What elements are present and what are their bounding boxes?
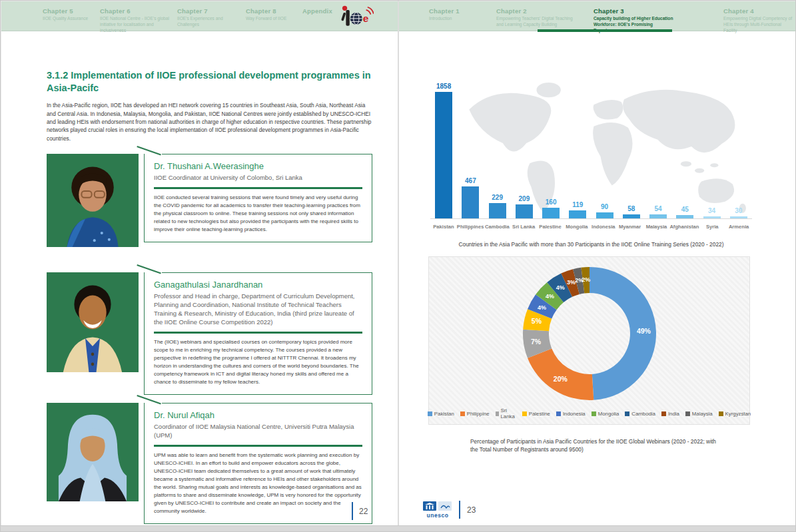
tab-chapter-4[interactable]: Chapter 4 Empowering Digital Competency … [723, 7, 793, 34]
profile-photo-woman-glasses [47, 154, 139, 247]
bar [435, 92, 452, 218]
bar-value-label: 30 [735, 207, 742, 214]
bar [649, 214, 667, 218]
profile-name: Dr. Thushani A.Weerasinghe [154, 161, 362, 171]
page-number: 22 [359, 507, 368, 516]
unesco-wordmark: unesco [427, 512, 449, 519]
bar-column: 90 [592, 203, 618, 218]
bar [730, 216, 747, 219]
donut-slice-label: 5% [531, 317, 542, 325]
document-viewer: Chapter 5 IIOE Quality Assurance Chapter… [0, 0, 796, 532]
bar [516, 204, 533, 218]
page-number: 23 [467, 505, 476, 515]
bar-category-label: Armenia [725, 220, 752, 232]
bar-category-label: Malaysia [643, 220, 670, 232]
tab-label: Chapter 2 [496, 7, 580, 15]
viewer-bottom-bar[interactable] [1, 525, 795, 531]
tab-label: Chapter 3 [594, 7, 675, 15]
bar-category-label: Syria [699, 220, 725, 232]
bar-value-label: 54 [655, 205, 662, 212]
tab-label: Chapter 1 [429, 7, 489, 15]
profile-name: Dr. Nurul Afiqah [154, 410, 362, 420]
profile-row: Dr. Nurul Afiqah Coordinator of IIOE Mal… [47, 403, 372, 517]
bar-column: 160 [538, 198, 564, 218]
footer-divider-line [459, 501, 460, 519]
legend-item: Kyrgyzstan [719, 407, 751, 419]
bar-column: 229 [484, 194, 511, 218]
legend-swatch [685, 411, 690, 416]
bar [489, 203, 506, 218]
page-footer-right: unesco 23 [423, 501, 476, 519]
profile-card: Ganagathulasi Janardhanan Professor and … [144, 272, 372, 394]
bar-category-label: Indonesia [590, 220, 617, 232]
profile-role: Coordinator of IIOE Malaysia National Ce… [154, 423, 362, 440]
bar-category-label: Philippines [457, 220, 484, 232]
bar-category-label: Mongolia [564, 220, 590, 232]
donut-chart: 49%20%7%5%4%4%4%3%2%2% [514, 262, 665, 405]
bar-value-label: 58 [627, 205, 635, 212]
tab-chapter-5[interactable]: Chapter 5 IIOE Quality Assurance [43, 7, 96, 22]
tab-label: Chapter 5 [43, 7, 96, 15]
legend-item: Philippine [460, 407, 490, 419]
legend-label: Kyrgyzstan [725, 411, 751, 417]
svg-text:e: e [363, 13, 369, 24]
tab-chapter-7[interactable]: Chapter 7 IIOE's Experiences and Challen… [177, 7, 244, 28]
page-gutter [398, 1, 399, 527]
bar-column: 119 [564, 201, 591, 218]
legend-swatch [625, 411, 629, 416]
iioe-logo: e [336, 4, 374, 33]
bar-value-label: 209 [519, 195, 530, 202]
bar-plot-area: 1858467229209160119905854453430 [430, 81, 752, 219]
tab-label: Chapter 7 [177, 7, 244, 15]
legend-item: Pakistan [428, 407, 454, 419]
tab-chapter-8[interactable]: Chapter 8 Way Forward of IIOE [246, 7, 302, 22]
intro-paragraph: In the Asia-Pacific region, IIOE has dev… [47, 101, 372, 142]
profile-photo-man-vest [47, 272, 139, 372]
tab-label: Chapter 8 [246, 7, 302, 15]
divider [154, 332, 362, 334]
legend-swatch [719, 411, 723, 416]
bar-value-label: 229 [492, 194, 503, 201]
legend-label: India [668, 411, 679, 417]
bar-category-axis: PakistanPhilippinesCambodiaSri LankaPale… [430, 220, 752, 232]
bar-value-label: 34 [708, 207, 715, 214]
legend-swatch [556, 411, 561, 416]
legend-item: Mongolia [592, 407, 619, 419]
divider [154, 187, 362, 189]
tab-chapter-1[interactable]: Chapter 1 Introduction [429, 7, 489, 22]
bar-column: 1858 [430, 83, 457, 218]
profile-name: Ganagathulasi Janardhanan [154, 280, 362, 290]
bar-value-label: 160 [546, 198, 557, 206]
legend-label: Pakistan [434, 411, 454, 417]
page-footer-left: 22 [352, 502, 368, 520]
profile-role: Professor and Head in charge, Department… [154, 292, 362, 326]
unesco-logo: unesco [423, 501, 452, 519]
tab-subtitle: Empowering Teachers' Digital Teaching an… [496, 16, 580, 28]
legend-label: Indonesia [563, 411, 586, 417]
bar [703, 216, 721, 219]
bar-category-label: Sri Lanka [510, 220, 537, 232]
bar-category-label: Myanmar [617, 220, 643, 232]
donut-slice-label: 2% [582, 276, 590, 283]
bar-column: 467 [457, 177, 484, 218]
bar-value-label: 45 [681, 206, 689, 213]
legend-item: Indonesia [556, 407, 586, 419]
tab-chapter-6[interactable]: Chapter 6 IIOE National Centre - IIOE's … [100, 7, 175, 34]
bar [623, 214, 640, 218]
tab-chapter-2[interactable]: Chapter 2 Empowering Teachers' Digital T… [496, 7, 580, 28]
left-page-content: 3.1.2 Implementation of IIOE professiona… [47, 31, 372, 517]
donut-legend: PakistanPhilippineSri LankaPalestineIndo… [429, 407, 749, 419]
tab-subtitle: Introduction [429, 16, 489, 22]
tab-subtitle: Way Forward of IIOE [246, 16, 302, 22]
legend-swatch [661, 411, 666, 416]
bar-column: 209 [511, 195, 538, 218]
legend-item: Malaysia [685, 407, 713, 419]
bar-category-label: Cambodia [484, 220, 510, 232]
legend-item: Palestine [522, 407, 550, 419]
page-left: Chapter 5 IIOE Quality Assurance Chapter… [1, 1, 398, 527]
legend-label: Mongolia [598, 411, 619, 417]
bar-value-label: 119 [572, 201, 583, 208]
legend-label: Philippine [467, 411, 490, 417]
legend-swatch [522, 411, 527, 416]
profile-photo-woman-hijab [47, 403, 139, 501]
